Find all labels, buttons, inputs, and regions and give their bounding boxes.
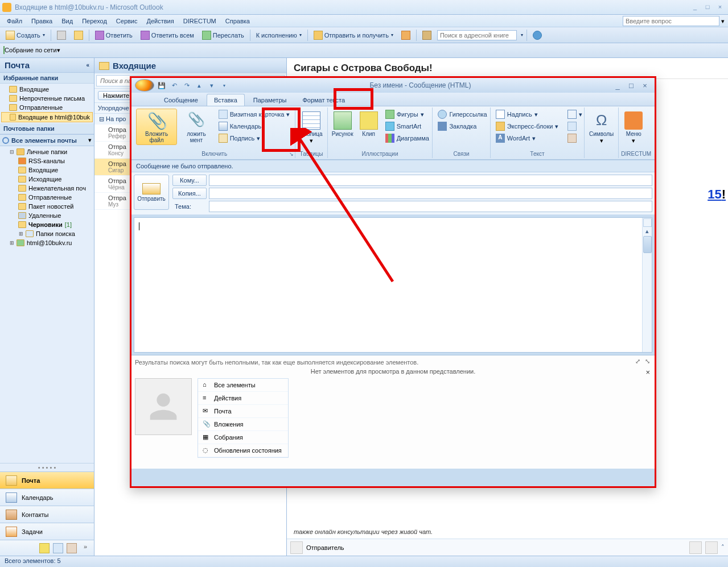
dismiss-indexing-icon[interactable]: × — [645, 368, 650, 376]
compose-maximize-button[interactable]: □ — [625, 81, 637, 90]
contact-tab-status[interactable]: ◌Обновления состояния — [198, 444, 288, 457]
next-item-button[interactable]: ▾ — [207, 80, 217, 90]
ask-question-input[interactable] — [623, 16, 719, 26]
menu-directum[interactable]: DIRECTUM — [180, 16, 220, 26]
picture-button[interactable]: Рисунок — [330, 109, 355, 139]
close-button[interactable]: × — [714, 3, 726, 11]
shapes-button[interactable]: Фигуры▾ — [382, 109, 432, 120]
contact-tab-all[interactable]: ⌂Все элементы — [198, 379, 288, 392]
bookmark-button[interactable]: Закладка — [435, 121, 490, 132]
symbols-button[interactable]: Ω Символы ▾ — [587, 109, 616, 146]
account-folder[interactable]: ⊞html@10bukv.ru — [1, 238, 93, 247]
tab-message[interactable]: Сообщение — [157, 94, 205, 106]
followup-button[interactable]: К исполнению▾ — [254, 31, 304, 40]
to-button[interactable]: Кому... — [172, 175, 207, 186]
subject-field[interactable] — [209, 201, 652, 212]
contact-tab-activities[interactable]: ≡Действия — [198, 392, 288, 405]
to-field[interactable] — [209, 175, 652, 186]
nav-tasks-button[interactable]: Задачи — [0, 523, 94, 540]
smartart-button[interactable]: SmartArt — [382, 121, 432, 132]
help-button[interactable] — [530, 30, 544, 41]
business-card-button[interactable]: Визитная карточка▾ — [216, 109, 293, 120]
attach-file-button[interactable]: 📎 Вложить файл — [136, 109, 177, 145]
mail-folders-header[interactable]: Почтовые папки — [0, 123, 94, 134]
table-button[interactable]: Таблица ▾ — [298, 109, 324, 146]
nav-collapse-icon[interactable]: « — [86, 62, 89, 68]
attach-item-button[interactable]: 📎 ложить мент — [178, 109, 215, 145]
compose-minimize-button[interactable]: _ — [611, 81, 624, 90]
group-launcher-icon[interactable]: ↘ — [289, 151, 294, 157]
forward-button[interactable]: Переслать — [200, 30, 246, 41]
today-action-button[interactable]: Нажмите — [98, 91, 134, 100]
tab-insert[interactable]: Вставка — [207, 94, 245, 106]
drafts-folder[interactable]: Черновики [1] — [1, 220, 93, 229]
contact-tab-meetings[interactable]: ▦Собрания — [198, 431, 288, 444]
wordart-button[interactable]: AWordArt▾ — [493, 133, 562, 144]
fav-inbox[interactable]: Входящие — [1, 85, 93, 94]
move-button[interactable] — [72, 30, 85, 41]
address-book-button[interactable] — [420, 30, 434, 41]
nav-calendar-button[interactable]: Календарь — [0, 489, 94, 506]
personal-folders[interactable]: ⊟Личные папки — [1, 147, 93, 156]
menu-tools[interactable]: Сервис — [113, 16, 141, 26]
search-folders[interactable]: ⊞Папки поиска — [1, 229, 93, 238]
reply-all-button[interactable]: Ответить всем — [138, 30, 196, 41]
tab-format[interactable]: Формат текста — [295, 94, 352, 106]
office-button[interactable] — [135, 79, 154, 92]
compose-close-button[interactable]: × — [639, 81, 651, 90]
people-pane-expand-icon[interactable]: ˄ — [721, 544, 725, 551]
cc-field[interactable] — [209, 188, 652, 199]
message-body-editor[interactable]: ▴ — [134, 217, 652, 353]
people-pane-collapse-icon[interactable]: ⤡ — [645, 358, 650, 365]
contact-tab-mail[interactable]: ✉Почта — [198, 405, 288, 418]
categorize-button[interactable] — [399, 30, 413, 41]
send-receive-button[interactable]: Отправить и получить▾ — [311, 30, 396, 41]
hyperlink-button[interactable]: Гиперссылка — [435, 109, 490, 120]
clipart-button[interactable]: Клип — [356, 109, 381, 139]
all-mail-items-dropdown[interactable]: Все элементы почты ▾ — [0, 134, 94, 146]
print-button[interactable] — [55, 30, 68, 41]
ask-dropdown-icon[interactable]: ▾ — [721, 18, 725, 24]
contact-tab-attachments[interactable]: 📎Вложения — [198, 418, 288, 431]
menu-file[interactable]: Файл — [3, 16, 26, 26]
menu-actions[interactable]: Действия — [143, 16, 178, 26]
minimize-button[interactable]: _ — [689, 3, 701, 11]
junk-folder[interactable]: Нежелательная поч — [1, 184, 93, 193]
editor-scrollbar[interactable]: ▴ — [642, 218, 652, 352]
online-meeting-button[interactable]: Собрание по сети▾ — [3, 47, 60, 54]
calendar-insert-button[interactable]: Календарь — [216, 121, 293, 132]
cc-button[interactable]: Копия... — [172, 188, 207, 199]
compose-info-bar[interactable]: Сообщение не было отправлено. — [131, 160, 655, 172]
folder-list-shortcut-icon[interactable] — [53, 543, 63, 553]
address-book-search[interactable] — [437, 30, 517, 40]
directum-menu-button[interactable]: Меню ▾ — [621, 109, 646, 146]
prev-item-button[interactable]: ▴ — [194, 80, 204, 90]
qat-customize-icon[interactable]: ▾ — [219, 80, 229, 90]
inbox-folder[interactable]: Входящие — [1, 165, 93, 175]
shortcuts-shortcut-icon[interactable] — [67, 543, 77, 553]
nav-contacts-button[interactable]: Контакты — [0, 506, 94, 523]
fav-account-inbox[interactable]: Входящие в html@10buk — [1, 112, 93, 122]
sender-avatar[interactable] — [290, 541, 303, 554]
nav-mail-button[interactable]: Почта — [0, 471, 94, 489]
redo-button[interactable]: ↷ — [182, 80, 192, 90]
related-person-avatar[interactable] — [705, 541, 718, 554]
send-button[interactable]: Отправить — [134, 175, 169, 210]
nav-resize-grip[interactable]: • • • • • — [0, 463, 94, 471]
scrollbar-thumb[interactable] — [643, 236, 652, 253]
menu-edit[interactable]: Правка — [28, 16, 56, 26]
reply-button[interactable]: Ответить — [93, 30, 135, 41]
object-button[interactable] — [565, 133, 585, 144]
addr-search-dropdown-icon[interactable]: ▾ — [521, 32, 523, 38]
rss-feeds[interactable]: RSS-каналы — [1, 156, 93, 165]
menu-help[interactable]: Справка — [222, 16, 253, 26]
maximize-button[interactable]: □ — [702, 3, 713, 11]
chart-button[interactable]: Диаграмма — [382, 133, 432, 144]
signature-button[interactable]: Подпись▾ — [216, 133, 293, 144]
tab-options[interactable]: Параметры — [246, 94, 294, 106]
new-button[interactable]: Создать▾ — [3, 30, 47, 41]
fav-unread[interactable]: Непрочтенные письма — [1, 94, 93, 103]
people-pane-maximize-icon[interactable]: ⤢ — [635, 358, 640, 365]
sent-folder[interactable]: Отправленные — [1, 193, 93, 202]
news-folder[interactable]: Пакет новостей — [1, 202, 93, 211]
